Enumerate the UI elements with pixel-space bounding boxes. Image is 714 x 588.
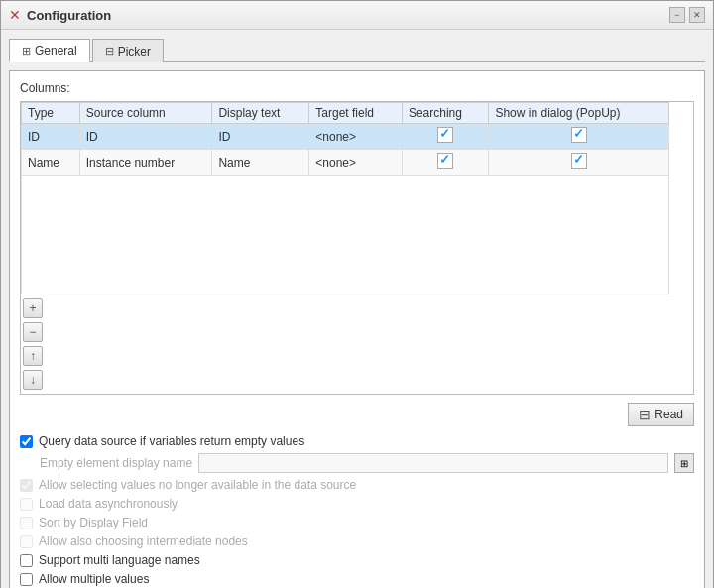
columns-label: Columns: [20, 81, 694, 95]
general-panel: Columns: Type Source column Display text… [9, 70, 705, 588]
query-empty-label: Query data source if variables return em… [39, 434, 304, 448]
tab-general[interactable]: ⊞ General [9, 39, 90, 62]
sort-display-checkbox[interactable] [20, 517, 33, 529]
option-query-empty: Query data source if variables return em… [20, 434, 694, 448]
show-dialog-checkbox-1[interactable] [571, 153, 587, 169]
table-header-row: Type Source column Display text Target f… [22, 103, 669, 124]
columns-table-wrapper: Type Source column Display text Target f… [20, 101, 694, 395]
configuration-window: ✕ Configuration − ✕ ⊞ General ⊟ Picker C… [0, 0, 714, 588]
tab-picker[interactable]: ⊟ Picker [92, 39, 164, 62]
cell-searching-1[interactable] [402, 150, 489, 176]
option-sort-display: Sort by Display Field [20, 516, 694, 529]
cell-source-1: Instance number [79, 150, 212, 176]
cell-display-0: ID [212, 124, 309, 150]
columns-table: Type Source column Display text Target f… [21, 102, 669, 294]
general-tab-icon: ⊞ [22, 45, 31, 58]
option-allow-intermediate: Allow also choosing intermediate nodes [20, 534, 694, 548]
option-allow-selecting: Allow selecting values no longer availab… [20, 478, 694, 492]
col-header-display: Display text [212, 103, 309, 124]
load-async-checkbox[interactable] [20, 498, 33, 511]
multi-language-checkbox[interactable] [20, 554, 33, 567]
cell-show-dialog-0[interactable] [489, 124, 669, 150]
col-header-source: Source column [79, 103, 212, 124]
window-body: ⊞ General ⊟ Picker Columns: Type Sourc [1, 30, 713, 588]
picker-tab-icon: ⊟ [105, 45, 114, 58]
columns-table-container: Type Source column Display text Target f… [21, 102, 669, 294]
searching-checkbox-0[interactable] [437, 127, 453, 143]
option-multi-language: Support multi language names [20, 553, 694, 567]
empty-display-browse-button: ⊞ [674, 453, 694, 473]
col-header-searching: Searching [402, 103, 489, 124]
window-title: Configuration [27, 8, 111, 23]
tab-picker-label: Picker [118, 45, 151, 59]
allow-selecting-checkbox[interactable] [20, 479, 33, 492]
allow-selecting-label: Allow selecting values no longer availab… [39, 478, 356, 492]
tab-bar: ⊞ General ⊟ Picker [9, 38, 705, 62]
cell-show-dialog-1[interactable] [489, 150, 669, 176]
load-async-label: Load data asynchronously [39, 497, 178, 511]
cell-searching-0[interactable] [402, 124, 489, 150]
read-icon: ⊟ [639, 407, 651, 422]
table-row[interactable]: Name Instance number Name <none> [22, 150, 669, 176]
read-row: ⊟ Read [20, 403, 694, 426]
move-down-button[interactable]: ↓ [23, 370, 43, 390]
cell-source-0: ID [79, 124, 212, 150]
cell-target-1: <none> [309, 150, 403, 176]
col-header-type: Type [22, 103, 80, 124]
show-dialog-checkbox-0[interactable] [571, 127, 587, 143]
sort-display-label: Sort by Display Field [39, 516, 148, 529]
empty-display-input[interactable] [198, 453, 668, 473]
table-empty-row [22, 176, 669, 294]
options-section: Query data source if variables return em… [20, 434, 694, 586]
close-button[interactable]: ✕ [689, 7, 705, 23]
tab-general-label: General [35, 44, 77, 58]
minimize-button[interactable]: − [669, 7, 685, 23]
multi-values-label: Allow multiple values [39, 572, 149, 586]
option-multi-values: Allow multiple values [20, 572, 694, 586]
move-up-button[interactable]: ↑ [23, 346, 43, 366]
read-button-label: Read [654, 408, 683, 421]
cell-type-0: ID [22, 124, 80, 150]
cell-target-0: <none> [309, 124, 403, 150]
read-button[interactable]: ⊟ Read [628, 403, 694, 426]
cell-type-1: Name [22, 150, 80, 176]
title-controls: − ✕ [669, 7, 705, 23]
table-row[interactable]: ID ID ID <none> [22, 124, 669, 150]
cell-display-1: Name [212, 150, 309, 176]
multi-language-label: Support multi language names [39, 553, 200, 567]
app-icon: ✕ [9, 7, 21, 23]
table-spacer [22, 176, 669, 294]
searching-checkbox-1[interactable] [437, 153, 453, 169]
allow-intermediate-checkbox[interactable] [20, 535, 33, 548]
option-load-async: Load data asynchronously [20, 497, 694, 511]
table-side-buttons: + − ↑ ↓ [21, 294, 45, 394]
option-empty-display-row: Empty element display name ⊞ [40, 453, 694, 473]
remove-row-button[interactable]: − [23, 322, 43, 342]
allow-intermediate-label: Allow also choosing intermediate nodes [39, 534, 248, 548]
multi-values-checkbox[interactable] [20, 573, 33, 586]
query-empty-checkbox[interactable] [20, 435, 33, 448]
empty-display-label: Empty element display name [40, 456, 192, 470]
add-row-button[interactable]: + [23, 298, 43, 318]
col-header-target: Target field [309, 103, 403, 124]
title-bar: ✕ Configuration − ✕ [1, 1, 713, 30]
col-header-show-dialog: Show in dialog (PopUp) [489, 103, 669, 124]
title-bar-left: ✕ Configuration [9, 7, 111, 23]
